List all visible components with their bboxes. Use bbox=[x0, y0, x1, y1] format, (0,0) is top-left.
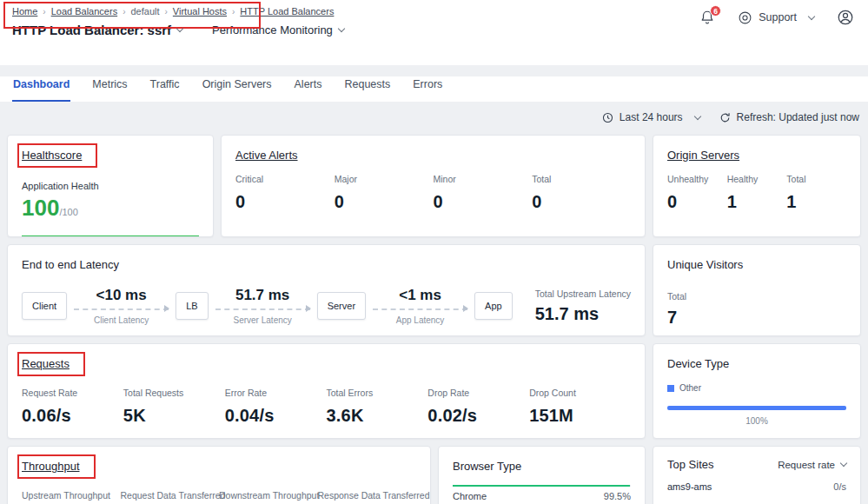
row-requests: Requests Request Rate 0.06/s Total Reque… bbox=[7, 343, 861, 439]
view-selector[interactable]: Performance Monitoring bbox=[212, 23, 344, 36]
view-chevron-down-icon bbox=[338, 25, 345, 32]
annotation-box-requests: Requests bbox=[17, 352, 85, 376]
tab-alerts[interactable]: Alerts bbox=[294, 76, 323, 102]
stat-label: Downstream Throughput bbox=[219, 490, 318, 501]
refresh-label: Refresh: Updated just now bbox=[737, 111, 859, 123]
latency-value: <1 ms bbox=[399, 287, 441, 304]
row-throughput: Throughput Upstream Throughput 0.35 kbps… bbox=[7, 446, 861, 504]
stat-upstream-throughput: Upstream Throughput 0.35 kbps bbox=[22, 490, 121, 504]
top-sites-header: Top Sites Request rate bbox=[667, 458, 846, 471]
healthscore-value: 100 bbox=[22, 195, 59, 221]
healthscore-title[interactable]: Healthscore bbox=[22, 149, 82, 162]
latency-flow: Client <10 ms Client Latency LB 51.7 ms … bbox=[22, 287, 631, 325]
unique-visitors-value: 7 bbox=[667, 308, 846, 328]
stat-value: 0 bbox=[532, 192, 631, 212]
tab-dashboard[interactable]: Dashboard bbox=[12, 76, 70, 102]
dashboard-content: Last 24 hours Refresh: Updated just now … bbox=[0, 102, 868, 504]
requests-stats: Request Rate 0.06/s Total Requests 5K Er… bbox=[22, 388, 631, 426]
stat-label: Major bbox=[335, 174, 434, 184]
application-health-label: Application Health bbox=[22, 181, 199, 191]
device-type-bar-track bbox=[667, 406, 846, 410]
throughput-title[interactable]: Throughput bbox=[22, 460, 80, 473]
stat-minor: Minor 0 bbox=[434, 174, 533, 212]
breadcrumb-http-load-balancers[interactable]: HTTP Load Balancers bbox=[240, 6, 334, 17]
clock-icon bbox=[602, 112, 613, 123]
breadcrumb-home[interactable]: Home bbox=[12, 6, 37, 17]
device-type-percent-label: 100% bbox=[667, 416, 846, 426]
stat-value: 151M bbox=[529, 406, 631, 426]
support-label: Support bbox=[759, 11, 797, 23]
origin-servers-stats: Unhealthy 0 Healthy 1 Total 1 bbox=[667, 174, 846, 212]
total-upstream-latency: Total Upstream Latency 51.7 ms bbox=[535, 288, 631, 324]
stat-value: 1 bbox=[786, 192, 846, 212]
active-alerts-card: Active Alerts Critical 0 Major 0 Minor 0… bbox=[221, 135, 646, 237]
dashboard-toolbar: Last 24 hours Refresh: Updated just now bbox=[7, 107, 861, 128]
notifications-button[interactable]: 6 bbox=[699, 10, 715, 25]
requests-card: Requests Request Rate 0.06/s Total Reque… bbox=[7, 343, 646, 439]
total-upstream-latency-value: 51.7 ms bbox=[535, 304, 631, 324]
stat-value: 5K bbox=[123, 406, 225, 426]
account-button[interactable] bbox=[837, 9, 854, 26]
device-type-card: Device Type Other 100% bbox=[653, 343, 861, 439]
unique-visitors-label: Total bbox=[667, 291, 846, 302]
stat-error-rate: Error Rate 0.04/s bbox=[225, 388, 327, 426]
breadcrumb-separator: › bbox=[232, 7, 235, 17]
stat-value: 3.6K bbox=[326, 406, 427, 426]
latency-node-server: Server bbox=[317, 292, 366, 320]
stat-downstream-throughput: Downstream Throughput 0.38 kbps bbox=[219, 490, 318, 504]
latency-label: Server Latency bbox=[234, 315, 292, 325]
stat-total-errors: Total Errors 3.6K bbox=[326, 388, 427, 426]
tab-origin-servers[interactable]: Origin Servers bbox=[202, 76, 273, 102]
stat-label: Critical bbox=[235, 174, 335, 184]
stat-major: Major 0 bbox=[335, 174, 434, 212]
latency-label: App Latency bbox=[396, 315, 445, 325]
browser-type-title: Browser Type bbox=[453, 460, 521, 473]
stat-healthy: Healthy 1 bbox=[727, 174, 787, 212]
stat-drop-rate: Drop Rate 0.02/s bbox=[427, 388, 529, 426]
stat-label: Drop Count bbox=[529, 388, 631, 398]
legend-label: Other bbox=[679, 383, 701, 393]
time-range-chevron-down-icon bbox=[693, 112, 700, 119]
latency-arrow-icon bbox=[373, 308, 467, 310]
latency-node-app: App bbox=[474, 292, 513, 320]
breadcrumb-virtual-hosts[interactable]: Virtual Hosts bbox=[173, 6, 227, 17]
tab-metrics[interactable]: Metrics bbox=[91, 76, 128, 102]
origin-servers-card: Origin Servers Unhealthy 0 Healthy 1 Tot… bbox=[653, 135, 861, 237]
active-alerts-title[interactable]: Active Alerts bbox=[235, 149, 298, 162]
latency-arrow-icon bbox=[215, 308, 310, 310]
tab-bar: Dashboard Metrics Traffic Origin Servers… bbox=[0, 76, 868, 102]
time-range-selector[interactable]: Last 24 hours bbox=[602, 111, 700, 123]
stat-value: 0.04/s bbox=[225, 406, 327, 426]
refresh-button[interactable]: Refresh: Updated just now bbox=[719, 111, 859, 123]
tab-errors[interactable]: Errors bbox=[412, 76, 443, 102]
device-type-bar-fill bbox=[667, 406, 846, 410]
breadcrumb-separator: › bbox=[43, 7, 45, 17]
header: Home › Load Balancers › default › Virtua… bbox=[0, 0, 868, 65]
stat-label: Total bbox=[786, 174, 846, 184]
origin-servers-title[interactable]: Origin Servers bbox=[667, 149, 739, 162]
stat-label: Minor bbox=[434, 174, 533, 184]
stat-value: 0 bbox=[335, 192, 434, 212]
top-sites-title: Top Sites bbox=[667, 458, 713, 471]
support-chevron-down-icon bbox=[808, 12, 815, 19]
top-sites-card: Top Sites Request rate ams9-ams 0/s mb2-… bbox=[653, 446, 861, 504]
stat-drop-count: Drop Count 151M bbox=[529, 388, 631, 426]
stat-unhealthy: Unhealthy 0 bbox=[667, 174, 727, 212]
support-lifebuoy-icon bbox=[738, 10, 752, 25]
stat-value: 0.02/s bbox=[427, 406, 529, 426]
browser-type-card: Browser Type Chrome 99.5% Other 0.37% bbox=[438, 446, 646, 504]
requests-title[interactable]: Requests bbox=[22, 357, 70, 370]
tab-requests[interactable]: Requests bbox=[343, 76, 391, 102]
breadcrumb-load-balancers[interactable]: Load Balancers bbox=[51, 6, 117, 17]
breadcrumb-separator: › bbox=[165, 7, 168, 17]
row-health: Healthscore Application Health 100/100 A… bbox=[7, 135, 861, 237]
top-sites-metric-selector[interactable]: Request rate bbox=[778, 460, 846, 470]
tab-traffic[interactable]: Traffic bbox=[149, 76, 181, 102]
latency-node-client: Client bbox=[22, 292, 67, 320]
stat-response-data: Response Data Transferred 4.1 MB bbox=[318, 490, 417, 504]
support-menu[interactable]: Support bbox=[738, 10, 814, 25]
title-chevron-down-icon[interactable] bbox=[176, 25, 183, 32]
latency-label: Client Latency bbox=[94, 315, 149, 325]
breadcrumb-separator: › bbox=[123, 7, 125, 17]
stat-value: 0 bbox=[667, 192, 727, 212]
